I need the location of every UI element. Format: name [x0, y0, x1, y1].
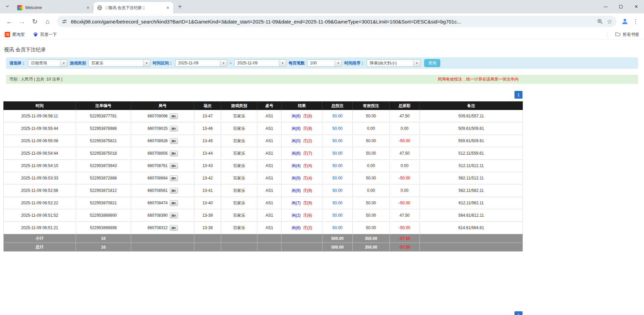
video-replay-button[interactable]: [170, 213, 178, 218]
tab-search-button[interactable]: [3, 2, 12, 11]
date-start-input[interactable]: 2025-11-09 ▼: [175, 59, 227, 67]
video-replay-button[interactable]: [170, 200, 178, 206]
cell-valid-bet: 50.00: [353, 197, 390, 209]
refresh-button[interactable]: ↻: [29, 15, 41, 28]
total-bet-link[interactable]: 50.00: [332, 151, 342, 156]
column-header: 有效投注: [353, 102, 390, 110]
result-player: 闲(0): [292, 139, 301, 143]
column-header: 局号: [131, 102, 194, 110]
game-type-dropdown[interactable]: 百家乐 ▼: [88, 59, 150, 67]
video-replay-button[interactable]: [170, 175, 178, 181]
cell-valid-bet: 50.00: [353, 110, 390, 122]
address-bar[interactable]: 66cxkj98.com/game/betrecord_search/kind3…: [57, 16, 616, 27]
maximize-button[interactable]: [613, 0, 629, 13]
minimize-button[interactable]: [598, 0, 613, 13]
cell-table-number: AS1: [257, 172, 282, 185]
chevron-down-icon[interactable]: ▼: [143, 60, 150, 66]
date-range-label: 时间区间：: [153, 60, 173, 66]
chevron-down-icon[interactable]: ▼: [413, 60, 420, 66]
table-row: 2025-11-09 06:51:21 522953868898 6607083…: [4, 222, 523, 234]
back-button[interactable]: ←: [3, 15, 15, 28]
video-replay-button[interactable]: [170, 188, 178, 194]
result-banker: 庄(4): [303, 163, 312, 168]
subtotal-row: 小计 10 500.00 350.00 -57.50: [4, 234, 523, 243]
total-bet-link[interactable]: 50.00: [332, 126, 342, 131]
cell-total-bet: 50.00: [323, 135, 353, 147]
subtotal-total-bet: 500.00: [323, 234, 353, 243]
result-banker: 庄(6): [303, 213, 312, 218]
cell-round-number: 660708856: [131, 147, 194, 160]
home-button[interactable]: ⌂: [42, 15, 54, 28]
cell-total-bet: 50.00: [323, 160, 353, 172]
bookmark-taobao[interactable]: 淘 爱淘宝: [5, 32, 25, 38]
cell-game-type: 百家乐: [221, 147, 257, 160]
profile-avatar[interactable]: [620, 16, 630, 27]
total-bet-link[interactable]: 50.00: [332, 188, 342, 193]
total-bet-link[interactable]: 50.00: [332, 176, 342, 180]
total-label: 总计: [4, 243, 76, 252]
new-tab-button[interactable]: +: [175, 2, 185, 11]
video-replay-button[interactable]: [170, 126, 178, 132]
total-bet-link[interactable]: 50.00: [332, 213, 342, 218]
total-bet-link[interactable]: 50.00: [332, 163, 342, 168]
table-row: 2025-11-09 06:55:44 522953876988 6607090…: [4, 122, 523, 135]
pagination-page-1[interactable]: 1: [514, 91, 523, 99]
cell-note: 512.11/559.61: [420, 147, 523, 160]
chevron-down-icon[interactable]: ▼: [279, 60, 286, 66]
video-replay-button[interactable]: [170, 225, 178, 231]
bookmark-star-icon[interactable]: ☆: [607, 18, 612, 25]
tab-title: :::视讯 会员下注纪录:::: [105, 5, 162, 11]
video-replay-button[interactable]: [170, 163, 178, 169]
round-number-text: 660708761: [147, 163, 167, 168]
tab-strip: Welcome × :::视讯 会员下注纪录::: × + ×: [0, 0, 644, 13]
total-bet-link[interactable]: 50.00: [332, 139, 342, 143]
result-banker: 庄(8): [303, 114, 312, 118]
all-bookmarks-button[interactable]: 所有书签: [615, 32, 639, 38]
cell-session: 13-39: [194, 209, 221, 222]
result-banker: 庄(2): [303, 139, 312, 143]
summary-note-text: 同局有效投注，统一计算在该局第一张注单内: [438, 76, 518, 82]
site-settings-icon[interactable]: [62, 19, 67, 24]
video-replay-button[interactable]: [170, 138, 178, 144]
cell-round-number: 660708664: [131, 172, 194, 185]
cell-game-type: 百家乐: [221, 160, 257, 172]
cell-table-number: AS1: [257, 209, 282, 222]
video-replay-button[interactable]: [170, 151, 178, 156]
table-row: 2025-11-09 06:52:22 522953870821 6607084…: [4, 197, 523, 209]
tab-close-icon[interactable]: ×: [165, 5, 170, 10]
cell-table-number: AS1: [257, 160, 282, 172]
pagination-page-1-bottom[interactable]: 1: [514, 311, 523, 315]
chevron-down-icon[interactable]: ▼: [335, 60, 342, 66]
round-number-text: 660708390: [147, 213, 167, 218]
total-bet-link[interactable]: 50.00: [332, 201, 342, 205]
chevron-down-icon[interactable]: ▼: [60, 60, 67, 66]
tab-welcome[interactable]: Welcome ×: [13, 2, 93, 13]
cell-total-bet: 50.00: [323, 197, 353, 209]
url-text[interactable]: 66cxkj98.com/game/betrecord_search/kind3…: [71, 19, 593, 24]
result-player: 闲(2): [292, 213, 301, 218]
cell-total-bet: 50.00: [323, 185, 353, 197]
browser-menu-button[interactable]: ⋮: [631, 18, 641, 25]
result-player: 闲(4): [292, 163, 301, 168]
query-button[interactable]: 查询: [424, 59, 440, 67]
zoom-icon[interactable]: [597, 18, 603, 24]
tab-betrecord[interactable]: :::视讯 会员下注纪录::: ×: [93, 2, 173, 13]
chevron-down-icon[interactable]: ▼: [220, 60, 227, 66]
person-icon: [621, 17, 629, 25]
total-bet-link[interactable]: 50.00: [332, 114, 342, 118]
cell-round-number: 660708312: [131, 222, 194, 234]
video-replay-button[interactable]: [170, 113, 178, 119]
subtotal-count: 10: [76, 234, 131, 243]
total-bet-link[interactable]: 50.00: [332, 225, 342, 230]
page-size-dropdown[interactable]: 100 ▼: [307, 59, 342, 67]
cell-result: 闲(6) 庄(8): [282, 110, 323, 122]
forward-button[interactable]: →: [16, 15, 28, 28]
query-type-dropdown[interactable]: 日期查询 ▼: [28, 59, 67, 67]
cell-session: 13-46: [194, 122, 221, 135]
bookmark-baidu[interactable]: 百度一下: [33, 32, 57, 38]
close-window-button[interactable]: ×: [629, 0, 644, 13]
sort-order-dropdown[interactable]: 降幂(由大到小) ▼: [367, 59, 420, 67]
tab-close-icon[interactable]: ×: [85, 5, 91, 10]
date-end-input[interactable]: 2025-11-09 ▼: [234, 59, 286, 67]
cell-payout: -50.00: [390, 222, 420, 234]
